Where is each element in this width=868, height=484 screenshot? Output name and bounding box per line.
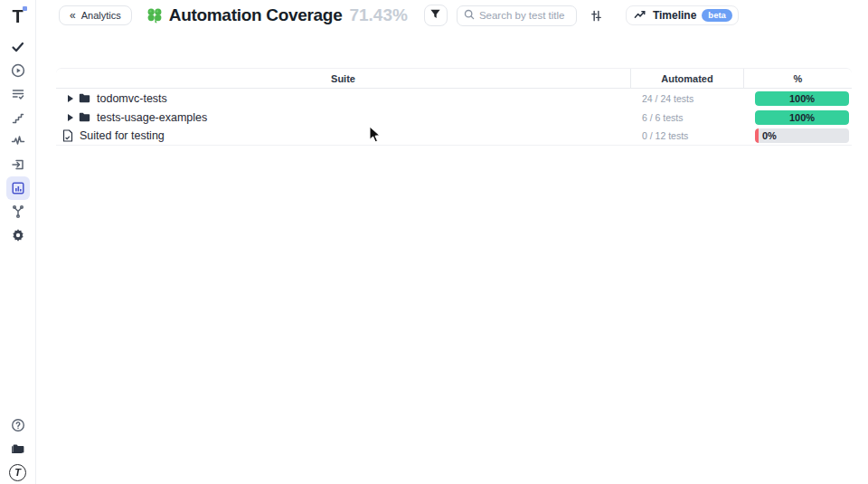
sidebar-item-analytics[interactable] xyxy=(6,176,30,200)
back-button-label: Analytics xyxy=(81,10,121,21)
automated-count: 6 / 6 tests xyxy=(630,112,743,123)
table-row: tests-usage-examples 6 / 6 tests 100% xyxy=(56,108,852,127)
column-header-percent: % xyxy=(744,73,852,84)
coverage-bar: 0% xyxy=(755,128,849,143)
table-row: todomvc-tests 24 / 24 tests 100% xyxy=(56,89,852,108)
avatar-logo: T xyxy=(9,464,26,481)
steps-icon xyxy=(11,110,25,125)
sidebar-bottom: T xyxy=(6,413,30,484)
activity-icon xyxy=(11,134,25,148)
import-icon xyxy=(11,157,25,172)
bar-chart-icon xyxy=(11,181,25,195)
play-circle-icon xyxy=(11,63,25,78)
page-title: Automation Coverage xyxy=(169,5,343,25)
help-circle-icon xyxy=(11,418,25,432)
app-logo[interactable]: T xyxy=(12,5,23,28)
coverage-bar: 100% xyxy=(755,91,849,106)
topbar: « Analytics Automation Coverage 71.43% xyxy=(36,0,868,31)
branch-icon xyxy=(11,204,25,219)
search-box xyxy=(457,5,577,26)
sidebar-item-branches[interactable] xyxy=(6,200,30,223)
beta-badge: beta xyxy=(702,9,732,23)
percent-cell: 100% xyxy=(743,110,852,125)
sidebar-item-help[interactable] xyxy=(6,413,30,437)
table-row: Suited for testing 0 / 12 tests 0% xyxy=(56,127,852,146)
automated-count: 0 / 12 tests xyxy=(630,130,743,141)
coverage-bar-fill xyxy=(755,128,759,143)
timeline-label: Timeline xyxy=(653,9,696,22)
logo-accent-dot xyxy=(23,6,27,11)
suite-name: tests-usage-examples xyxy=(97,111,207,124)
caret-right-icon[interactable] xyxy=(68,114,73,121)
table-header: Suite Automated % xyxy=(56,69,852,89)
sidebar-item-import[interactable] xyxy=(6,153,30,176)
check-icon xyxy=(11,40,25,54)
funnel-icon xyxy=(429,8,441,23)
main-content: « Analytics Automation Coverage 71.43% xyxy=(36,0,868,146)
automated-count: 24 / 24 tests xyxy=(630,93,743,104)
logo-letter: T xyxy=(12,7,23,25)
caret-right-icon[interactable] xyxy=(68,95,73,102)
coverage-bar-label: 100% xyxy=(755,110,849,125)
list-check-icon xyxy=(11,87,25,101)
coverage-bar: 100% xyxy=(755,110,849,125)
gear-icon xyxy=(11,228,25,242)
filter-button[interactable] xyxy=(424,5,448,26)
suite-cell-suited-for-testing[interactable]: Suited for testing xyxy=(56,127,630,145)
sidebar-item-plans[interactable] xyxy=(6,82,30,106)
trend-line-icon xyxy=(634,9,647,23)
column-header-suite: Suite xyxy=(56,73,630,84)
sidebar-item-pulse[interactable] xyxy=(6,129,30,153)
sidebar: T xyxy=(0,0,36,484)
clover-icon xyxy=(146,6,164,24)
suite-name: todomvc-tests xyxy=(97,92,167,105)
suite-name: Suited for testing xyxy=(80,129,165,142)
file-icon xyxy=(62,129,73,142)
sidebar-item-tests[interactable] xyxy=(6,35,30,59)
sidebar-item-account[interactable]: T xyxy=(6,460,30,484)
suite-cell-tests-usage-examples[interactable]: tests-usage-examples xyxy=(56,108,630,127)
folder-icon xyxy=(79,93,90,103)
search-icon xyxy=(464,7,475,24)
coverage-bar-label: 0% xyxy=(762,128,777,143)
sidebar-nav xyxy=(6,35,30,247)
folder-icon xyxy=(79,112,90,122)
folder-icon xyxy=(11,441,25,456)
sidebar-item-projects[interactable] xyxy=(6,437,30,460)
column-header-automated: Automated xyxy=(631,73,743,84)
suite-cell-todomvc-tests[interactable]: todomvc-tests xyxy=(56,89,630,108)
sidebar-item-runs[interactable] xyxy=(6,59,30,82)
timeline-button[interactable]: Timeline beta xyxy=(626,5,739,25)
search-input[interactable] xyxy=(479,10,570,21)
coverage-percentage: 71.43% xyxy=(349,5,407,25)
coverage-table: Suite Automated % todomvc-tests 24 / 24 … xyxy=(56,68,852,146)
double-chevron-left-icon: « xyxy=(70,9,74,22)
coverage-bar-label: 100% xyxy=(755,91,849,106)
percent-cell: 0% xyxy=(743,128,852,143)
percent-cell: 100% xyxy=(743,91,852,106)
sidebar-item-steps[interactable] xyxy=(6,106,30,129)
back-to-analytics-button[interactable]: « Analytics xyxy=(59,5,132,25)
sliders-icon[interactable] xyxy=(588,6,606,24)
sidebar-item-settings[interactable] xyxy=(6,223,30,247)
